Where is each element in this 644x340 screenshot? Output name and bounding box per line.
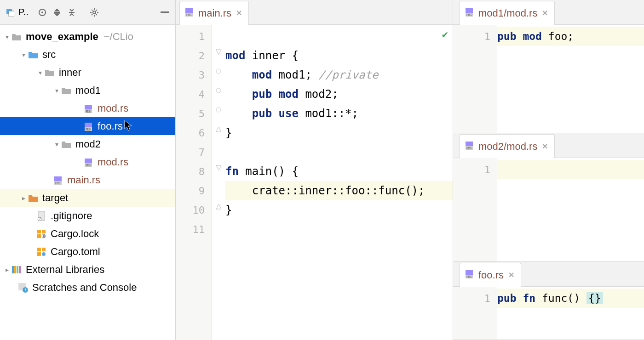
line-number[interactable]: 7 <box>176 142 211 162</box>
fold-start-icon[interactable] <box>215 164 222 171</box>
line-number[interactable]: 1 <box>453 27 497 46</box>
code-line[interactable] <box>225 142 453 162</box>
code-line[interactable]: mod mod1; //private <box>225 65 453 85</box>
tree-file-main-rs[interactable]: RS main.rs <box>0 171 175 189</box>
line-number[interactable]: 11 <box>176 220 211 239</box>
line-number[interactable]: 2 <box>176 46 211 65</box>
editor-tabbar: RS mod2/mod.rs ✕ <box>453 133 644 158</box>
code-line[interactable]: pub mod mod2; <box>225 85 453 104</box>
close-icon[interactable]: ✕ <box>542 9 548 17</box>
tab-main-rs[interactable]: RS main.rs ✕ <box>179 1 249 25</box>
code-area[interactable] <box>497 158 644 261</box>
tree-file-cargo-lock[interactable]: Cargo.lock <box>0 225 175 243</box>
chevron-right-icon[interactable]: ▸ <box>19 194 28 202</box>
fold-end-icon[interactable] <box>215 203 222 210</box>
tree-file-mod1-foo[interactable]: RS foo.rs <box>0 117 175 135</box>
code-area[interactable]: pub fn func() {} <box>497 287 644 340</box>
tree-file-gitignore[interactable]: .gitignore <box>0 207 175 225</box>
svg-text:RS: RS <box>55 181 60 185</box>
gutter[interactable]: 1 <box>453 158 497 261</box>
tree-file-mod2-mod[interactable]: RS mod.rs <box>0 153 175 171</box>
gutter[interactable]: 1 2 3 4 5 6 7 8 9 10 11 <box>176 25 212 340</box>
code-line[interactable]: mod inner { <box>225 46 453 65</box>
chevron-down-icon[interactable]: ▾ <box>36 69 44 76</box>
gutter[interactable]: 1 <box>453 287 497 340</box>
code-line[interactable]: pub mod foo; <box>497 27 644 46</box>
folder-icon <box>28 194 39 202</box>
tree-folder-mod2[interactable]: ▾ mod2 <box>0 135 175 153</box>
chevron-down-icon[interactable]: ▾ <box>52 87 61 94</box>
tree-folder-inner[interactable]: ▾ inner <box>0 63 175 81</box>
tab-label: main.rs <box>198 7 231 19</box>
tree-folder-src[interactable]: ▾ src <box>0 45 175 63</box>
line-number[interactable]: 10 <box>176 200 211 220</box>
chevron-down-icon[interactable]: ▾ <box>19 51 28 58</box>
line-number[interactable]: 3 <box>176 65 211 85</box>
line-number[interactable]: 5 <box>176 104 211 123</box>
line-number[interactable]: 1 <box>176 27 211 46</box>
project-view-icon[interactable] <box>4 6 17 19</box>
code-line[interactable]: crate::inner::foo::func(); <box>225 181 453 200</box>
project-tree[interactable]: ▾ move_example ~/CLio ▾ src ▾ inner ▾ mo… <box>0 25 175 340</box>
line-number[interactable]: 4 <box>176 85 211 104</box>
svg-rect-42 <box>466 8 473 13</box>
close-icon[interactable]: ✕ <box>236 9 242 17</box>
tab-mod2-mod[interactable]: RS mod2/mod.rs ✕ <box>460 134 555 158</box>
fold-start-icon[interactable] <box>215 49 222 56</box>
project-view-label[interactable]: P.. <box>18 7 29 17</box>
inspection-ok-icon[interactable]: ✔ <box>442 28 448 40</box>
line-number[interactable]: 9 <box>176 181 211 200</box>
rust-file-icon: RS <box>83 122 94 131</box>
code-line[interactable]: pub fn func() {} <box>497 289 644 308</box>
folded-block[interactable]: {} <box>586 292 603 304</box>
close-icon[interactable]: ✕ <box>542 142 548 151</box>
line-number[interactable]: 1 <box>453 160 497 179</box>
editor-tabbar: RS main.rs ✕ <box>176 0 453 25</box>
code-line[interactable]: pub use mod1::*; <box>225 104 453 123</box>
locate-icon[interactable] <box>36 6 49 19</box>
code-line[interactable] <box>497 160 644 179</box>
fold-end-icon[interactable] <box>215 126 222 133</box>
main-editor[interactable]: 1 2 3 4 5 6 7 8 9 10 11 ✔ mod inner { <box>176 25 453 340</box>
code-area[interactable]: pub mod foo; <box>497 25 644 133</box>
library-icon <box>11 265 22 274</box>
code-line[interactable] <box>225 220 453 239</box>
tab-label: mod2/mod.rs <box>478 141 537 153</box>
gear-icon[interactable] <box>88 6 101 19</box>
hide-icon[interactable] <box>159 6 172 19</box>
svg-rect-36 <box>185 8 193 13</box>
chevron-right-icon[interactable]: ▸ <box>3 266 11 273</box>
fold-column[interactable] <box>212 25 225 340</box>
code-area[interactable]: ✔ mod inner { mod mod1; //private pub mo… <box>225 25 453 340</box>
svg-text:RS: RS <box>86 109 91 113</box>
chevron-down-icon[interactable]: ▾ <box>52 141 61 148</box>
tree-scratches[interactable]: Scratches and Console <box>0 278 175 296</box>
line-number[interactable]: 1 <box>453 289 497 308</box>
collapse-all-icon[interactable] <box>65 6 78 19</box>
svg-text:RS: RS <box>466 13 472 17</box>
tree-file-cargo-toml[interactable]: Cargo.toml <box>0 243 175 261</box>
tree-external-libraries[interactable]: ▸ External Libraries <box>0 261 175 278</box>
tree-folder-mod1[interactable]: ▾ mod1 <box>0 81 175 99</box>
line-number[interactable]: 6 <box>176 123 211 142</box>
tab-foo-rs[interactable]: RS foo.rs ✕ <box>460 263 521 287</box>
chevron-down-icon[interactable]: ▾ <box>3 33 11 40</box>
expand-all-icon[interactable] <box>51 6 63 19</box>
code-line[interactable]: fn main() { <box>225 162 453 181</box>
code-line[interactable]: } <box>225 200 453 220</box>
tab-mod1-mod[interactable]: RS mod1/mod.rs ✕ <box>460 1 555 25</box>
tree-root-move-example[interactable]: ▾ move_example ~/CLio <box>0 28 175 45</box>
line-number[interactable]: 8 <box>176 162 211 181</box>
tree-folder-target[interactable]: ▸ target <box>0 189 175 207</box>
code-line[interactable] <box>225 27 453 46</box>
svg-rect-26 <box>37 248 41 251</box>
editor-mod1[interactable]: 1 pub mod foo; <box>453 25 644 133</box>
close-icon[interactable]: ✕ <box>508 271 514 279</box>
gutter[interactable]: 1 <box>453 25 497 133</box>
code-line[interactable]: } <box>225 123 453 142</box>
tree-file-mod1-mod[interactable]: RS mod.rs <box>0 99 175 117</box>
svg-rect-22 <box>42 230 46 233</box>
svg-point-39 <box>216 69 221 74</box>
editor-mod2[interactable]: 1 <box>453 158 644 261</box>
editor-foo[interactable]: 1 pub fn func() {} <box>453 287 644 340</box>
